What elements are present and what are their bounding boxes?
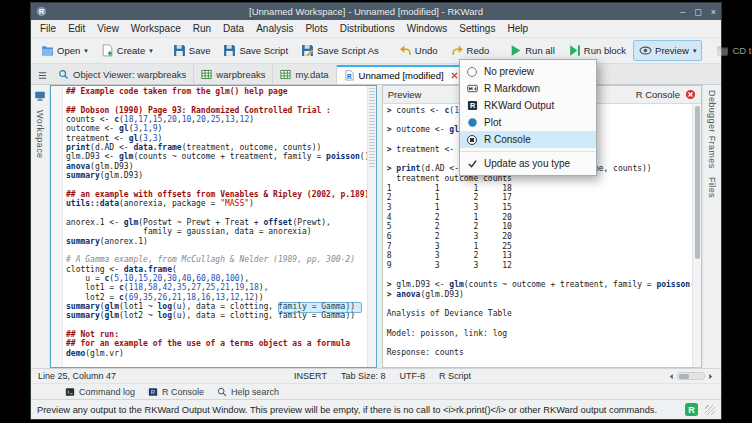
close-preview-icon[interactable] bbox=[685, 89, 696, 100]
menu-file[interactable]: File bbox=[34, 22, 62, 35]
code-line[interactable]: ## Dobson (1990) Page 93: Randomized Con… bbox=[66, 106, 367, 115]
toolbar-button-redo[interactable]: Redo bbox=[445, 40, 496, 61]
resize-grip[interactable] bbox=[705, 405, 715, 415]
code-line[interactable]: glm.D93 <- glm(counts ~ outcome + treatm… bbox=[66, 152, 367, 161]
code-line[interactable]: ## Example code taken from the glm() hel… bbox=[66, 87, 367, 96]
dock-tool-r-console[interactable]: RR Console bbox=[148, 387, 204, 397]
tab-object-viewer-warpbreaks[interactable]: Object Viewer: warpbreaks bbox=[51, 65, 194, 84]
console-line: 3 1 3 15 bbox=[387, 203, 692, 213]
console-horizontal-scrollbar[interactable] bbox=[668, 372, 714, 380]
code-line[interactable]: summary(glm.D93) bbox=[66, 171, 367, 180]
filetype[interactable]: R Script bbox=[439, 371, 471, 381]
code-line[interactable]: print(d.AD <- data.frame(treatment, outc… bbox=[66, 143, 367, 152]
code-line[interactable]: u = c(5,10,15,20,30,40,60,80,100), bbox=[66, 274, 367, 283]
tab-unnamed-modified[interactable]: RUnnamed [modified] bbox=[337, 65, 467, 84]
tab-my-data[interactable]: my.data bbox=[273, 65, 336, 84]
console-scrollbar-thumb[interactable] bbox=[695, 106, 700, 259]
code-line[interactable]: clotting <- data.frame( bbox=[66, 265, 367, 274]
toolbar-button-create[interactable]: Create bbox=[95, 40, 159, 61]
sidebar-tab-workspace[interactable]: Workspace bbox=[35, 110, 45, 158]
close-button[interactable]: × bbox=[711, 7, 716, 17]
code-line[interactable]: outcome <- gl(3,1,9) bbox=[66, 124, 367, 133]
editor-text-area[interactable]: ## Example code taken from the glm() hel… bbox=[63, 86, 367, 367]
code-line[interactable]: lot2 = c(69,35,26,21,18,16,13,12,12)) bbox=[66, 293, 367, 302]
preview-menu-item-no-preview[interactable]: No preview bbox=[460, 63, 596, 80]
cursor-position[interactable]: Line 25, Column 47 bbox=[38, 371, 116, 381]
encoding[interactable]: UTF-8 bbox=[399, 371, 425, 381]
toolbar-button-label: CD to script directory bbox=[732, 45, 752, 56]
code-line[interactable]: ## an example with offsets from Venables… bbox=[66, 190, 367, 199]
menu-settings[interactable]: Settings bbox=[453, 22, 501, 35]
code-line[interactable] bbox=[66, 96, 367, 105]
preview-menu-item-r-console[interactable]: R Console bbox=[460, 131, 596, 148]
preview-menu-item-plot[interactable]: Plot bbox=[460, 114, 596, 131]
code-line[interactable]: summary(glm(lot2 ~ log(u), data = clotti… bbox=[66, 311, 367, 320]
code-line[interactable]: ## Not run: bbox=[66, 330, 367, 339]
toolbar-button-cd-to-script-directory[interactable]: CD to script directory bbox=[710, 40, 752, 61]
editor-minimap bbox=[369, 88, 375, 168]
minimize-button[interactable]: – bbox=[680, 7, 685, 17]
preview-menu-item-update-as-you-type[interactable]: Update as you type bbox=[460, 155, 596, 172]
code-line[interactable]: summary(glm(lot1 ~ log(u), data = clotti… bbox=[66, 302, 367, 311]
editor-statusbar: Line 25, Column 47 INSERT Tab Size: 8 UT… bbox=[31, 368, 721, 383]
menu-edit[interactable]: Edit bbox=[62, 22, 91, 35]
toolbar-button-undo[interactable]: Undo bbox=[393, 40, 444, 61]
menu-windows[interactable]: Windows bbox=[401, 22, 454, 35]
redo-icon bbox=[451, 44, 464, 57]
scroll-left-icon[interactable] bbox=[668, 373, 675, 380]
code-line[interactable]: summary(anorex.1) bbox=[66, 237, 367, 246]
code-line[interactable] bbox=[66, 246, 367, 255]
code-line[interactable] bbox=[66, 321, 367, 330]
toolbar-button-save-script[interactable]: Save Script bbox=[217, 40, 294, 61]
menu-workspace[interactable]: Workspace bbox=[125, 22, 187, 35]
console-line: 6 2 3 20 bbox=[387, 232, 692, 242]
code-line[interactable]: # A Gamma example, from McCullagh & Neld… bbox=[66, 255, 367, 264]
sidebar-tab-files[interactable]: Files bbox=[707, 177, 717, 198]
toolbar-button-open[interactable]: Open bbox=[35, 40, 94, 61]
menu-view[interactable]: View bbox=[91, 22, 125, 35]
titlebar[interactable]: R [Unnamed Workspace] - Unnamed [modifie… bbox=[31, 3, 721, 20]
toolbar-button-save-script-as[interactable]: Save Script As bbox=[295, 40, 385, 61]
tab-warpbreaks[interactable]: warpbreaks bbox=[194, 65, 273, 84]
code-line[interactable]: anova(glm.D93) bbox=[66, 162, 367, 171]
code-line[interactable]: family = gaussian, data = anorexia) bbox=[66, 227, 367, 236]
dock-tool-help-search[interactable]: Help search bbox=[217, 387, 279, 397]
editor-scrollbar[interactable] bbox=[367, 86, 376, 367]
menu-help[interactable]: Help bbox=[501, 22, 534, 35]
menu-analysis[interactable]: Analysis bbox=[250, 22, 299, 35]
tab-close-icon[interactable] bbox=[450, 71, 459, 80]
maximize-button[interactable]: ◻ bbox=[694, 7, 701, 17]
menu-plots[interactable]: Plots bbox=[299, 22, 333, 35]
toolbar-button-save[interactable]: Save bbox=[167, 40, 217, 61]
console-line: 1 1 1 18 bbox=[387, 184, 692, 194]
rkward-window: R [Unnamed Workspace] - Unnamed [modifie… bbox=[30, 2, 722, 420]
code-line[interactable]: demo(glm.vr) bbox=[66, 349, 367, 358]
code-line[interactable]: treatment <- gl(3,3) bbox=[66, 134, 367, 143]
console-scrollbar[interactable] bbox=[692, 104, 701, 367]
code-line[interactable]: counts <- c(18,17,15,20,10,20,25,13,12) bbox=[66, 115, 367, 124]
code-line[interactable]: ## for an example of the use of a terms … bbox=[66, 339, 367, 348]
code-line[interactable]: utils::data(anorexia, package = "MASS") bbox=[66, 199, 367, 208]
code-line[interactable]: lot1 = c(118,58,42,35,27,25,21,19,18), bbox=[66, 283, 367, 292]
tab-list-icon[interactable] bbox=[33, 66, 51, 84]
code-line[interactable] bbox=[66, 358, 367, 367]
r-engine-status-badge[interactable]: R bbox=[685, 403, 698, 416]
toolbar-button-run-all[interactable]: Run all bbox=[503, 40, 561, 61]
script-editor[interactable]: ## Example code taken from the glm() hel… bbox=[50, 85, 377, 368]
dock-tool-command-log[interactable]: Command log bbox=[65, 387, 135, 397]
menu-run[interactable]: Run bbox=[187, 22, 217, 35]
toolbar-button-preview[interactable]: Preview bbox=[633, 40, 702, 61]
scroll-right-icon[interactable] bbox=[707, 373, 714, 380]
tab-size[interactable]: Tab Size: 8 bbox=[341, 371, 386, 381]
menu-distributions[interactable]: Distributions bbox=[334, 22, 401, 35]
code-line[interactable] bbox=[66, 208, 367, 217]
main-area: Workspace ## Example code taken from the… bbox=[31, 85, 721, 368]
preview-menu-item-rkward-output[interactable]: RRKWard Output bbox=[460, 97, 596, 114]
preview-menu-item-r-markdown[interactable]: R Markdown bbox=[460, 80, 596, 97]
input-mode[interactable]: INSERT bbox=[294, 371, 327, 381]
toolbar-button-run-block[interactable]: Run block bbox=[562, 40, 632, 61]
code-line[interactable]: anorex.1 <- glm(Postwt ~ Prewt + Treat +… bbox=[66, 218, 367, 227]
menu-data[interactable]: Data bbox=[217, 22, 250, 35]
sidebar-tab-debugger-frames[interactable]: Debugger Frames bbox=[707, 90, 717, 169]
code-line[interactable] bbox=[66, 180, 367, 189]
